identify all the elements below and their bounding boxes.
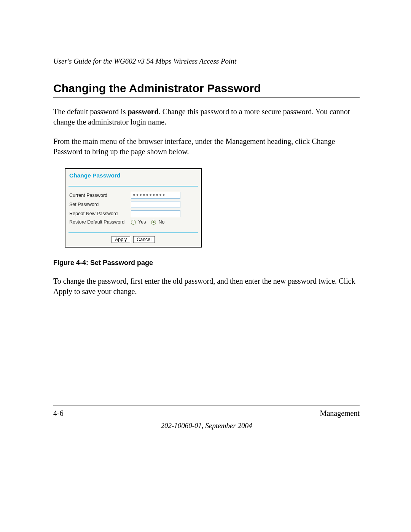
page-footer: 4-6 Management 202-10060-01, September 2… (53, 406, 360, 418)
intro-paragraph-1: The default password is password. Change… (53, 107, 360, 127)
closing-paragraph: To change the password, first enter the … (53, 276, 360, 297)
label-current-password: Current Password (69, 193, 131, 198)
radio-yes-label: Yes (138, 219, 146, 225)
radio-yes[interactable] (131, 220, 136, 225)
change-password-dialog: Change Password Current Password ●●●●●●●… (65, 168, 202, 248)
radio-no-dot (153, 221, 155, 223)
row-current-password: Current Password ●●●●●●●●●● (69, 192, 197, 199)
radio-no-label: No (158, 219, 164, 225)
dialog-title: Change Password (69, 172, 120, 179)
row-repeat-password: Repeat New Password (69, 210, 197, 217)
label-repeat-password: Repeat New Password (69, 211, 131, 216)
footer-page-number: 4-6 (53, 409, 64, 418)
cancel-button[interactable]: Cancel (133, 236, 155, 243)
radio-no[interactable] (151, 220, 156, 225)
row-set-password: Set Password (69, 201, 197, 208)
dialog-button-row: Apply Cancel (65, 233, 201, 247)
p1-part-a: The default password is (53, 107, 128, 116)
current-password-input[interactable]: ●●●●●●●●●● (131, 192, 180, 199)
apply-button[interactable]: Apply (112, 236, 130, 243)
row-restore-default: Restore Default Password Yes No (69, 219, 197, 225)
repeat-password-input[interactable] (131, 210, 180, 217)
section-title: Changing the Administrator Password (53, 82, 360, 97)
intro-paragraph-2: From the main menu of the browser interf… (53, 136, 360, 157)
p1-bold-password: password (128, 107, 159, 116)
figure-change-password: Change Password Current Password ●●●●●●●… (65, 168, 360, 248)
label-restore-default: Restore Default Password (69, 219, 131, 225)
footer-section-name: Management (320, 409, 360, 418)
label-set-password: Set Password (69, 202, 131, 207)
footer-doc-id: 202-10060-01, September 2004 (53, 422, 360, 430)
set-password-input[interactable] (131, 201, 180, 208)
running-header: User's Guide for the WG602 v3 54 Mbps Wi… (53, 57, 360, 68)
figure-caption: Figure 4-4: Set Password page (53, 259, 360, 267)
